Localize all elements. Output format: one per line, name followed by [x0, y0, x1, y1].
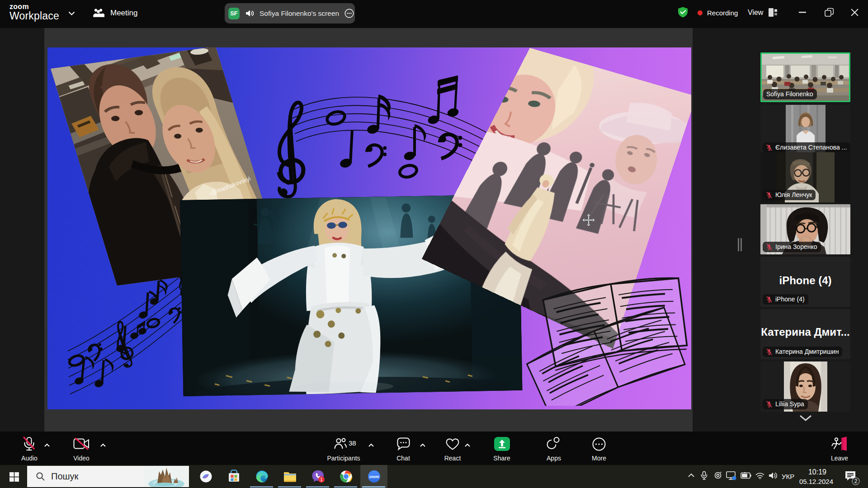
- svg-text:1: 1: [320, 477, 323, 482]
- svg-text:2: 2: [854, 478, 858, 484]
- svg-text:zoom: zoom: [369, 474, 379, 479]
